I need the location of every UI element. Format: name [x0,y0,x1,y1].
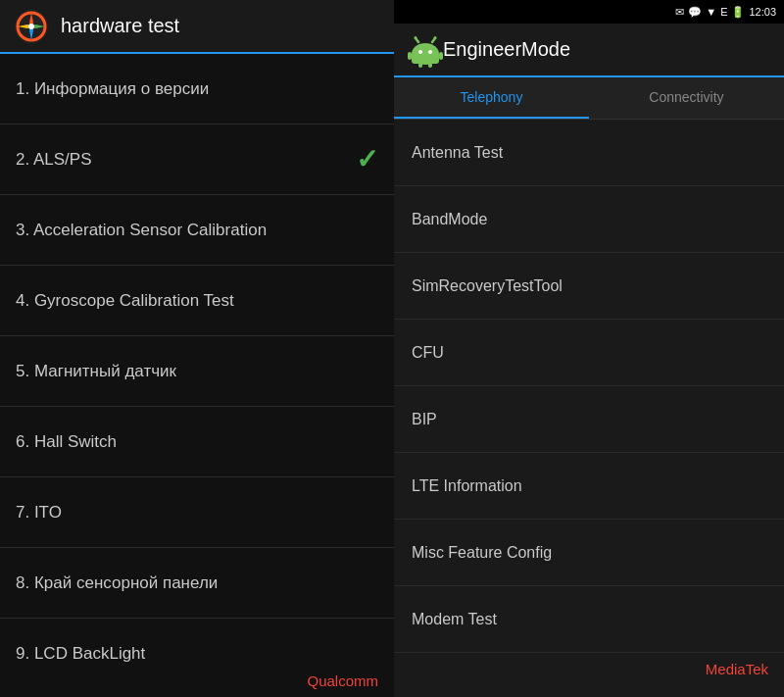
svg-point-9 [418,50,422,54]
right-header: EngineerMode [394,24,784,77]
svg-rect-13 [418,63,422,68]
tabs-row: TelephonyConnectivity [394,77,784,120]
list-item-label: 7. ITO [16,503,62,523]
right-list-item[interactable]: LTE Information [394,453,784,520]
status-mail-icon: ✉ [675,6,684,19]
list-item-label: 5. Магнитный датчик [16,362,176,381]
list-item[interactable]: 7. ITO [0,477,394,548]
svg-point-8 [434,36,437,39]
right-list-item[interactable]: Misc Feature Config [394,520,784,586]
left-list: 1. Информация о версии2. ALS/PS✓3. Accel… [0,54,394,665]
status-battery: 🔋 [731,6,745,19]
right-list-item[interactable]: Antenna Test [394,120,784,186]
list-item[interactable]: 1. Информация о версии [0,54,394,124]
list-item-label: 3. Acceleration Sensor Calibration [16,221,267,240]
left-title: hardware test [61,15,179,37]
right-list-item[interactable]: BandMode [394,186,784,253]
right-title: EngineerMode [443,38,570,61]
qualcomm-label: Qualcomm [0,665,394,697]
hardware-test-icon [14,9,49,44]
right-header-wrapper: EngineerMode TelephonyConnectivity Anten… [394,24,784,685]
svg-rect-14 [428,63,432,68]
status-wifi-icon: ▼ [706,6,716,18]
list-item-label: 6. Hall Switch [16,432,117,452]
android-icon [408,32,443,68]
status-bar: ✉ 💬 ▼ E 🔋 12:03 [394,0,784,24]
svg-rect-4 [412,54,439,64]
left-header: hardware test [0,0,394,54]
left-panel: hardware test 1. Информация о версии2. A… [0,0,394,697]
status-signal: E [720,6,727,18]
svg-point-10 [428,50,432,54]
tab-telephony[interactable]: Telephony [394,77,589,119]
status-time: 12:03 [749,6,776,18]
right-list-item[interactable]: Modem Test [394,586,784,653]
list-item[interactable]: 3. Acceleration Sensor Calibration [0,195,394,266]
list-item-label: 2. ALS/PS [16,150,92,170]
mediatek-label: MediaTek [394,653,784,685]
svg-point-2 [28,24,34,29]
list-item[interactable]: 8. Край сенсорной панели [0,548,394,619]
list-item-label: 8. Край сенсорной панели [16,573,218,593]
tab-connectivity[interactable]: Connectivity [589,77,784,119]
svg-rect-11 [408,52,412,60]
list-item-label: 4. Gyroscope Calibration Test [16,291,234,311]
list-item[interactable]: 6. Hall Switch [0,407,394,477]
checkmark-icon: ✓ [356,143,378,175]
list-item[interactable]: 9. LCD BackLight [0,619,394,665]
right-list-item[interactable]: BIP [394,386,784,453]
status-chat-icon: 💬 [688,6,702,19]
right-list-item[interactable]: SimRecoveryTestTool [394,253,784,320]
list-item[interactable]: 2. ALS/PS✓ [0,124,394,195]
list-item-label: 1. Информация о версии [16,79,209,99]
right-list: Antenna TestBandModeSimRecoveryTestToolC… [394,120,784,653]
list-item[interactable]: 5. Магнитный датчик [0,336,394,407]
right-list-item[interactable]: CFU [394,320,784,386]
right-panel: ✉ 💬 ▼ E 🔋 12:03 [394,0,784,697]
svg-point-6 [415,36,417,39]
list-item[interactable]: 4. Gyroscope Calibration Test [0,266,394,336]
list-item-label: 9. LCD BackLight [16,644,145,664]
